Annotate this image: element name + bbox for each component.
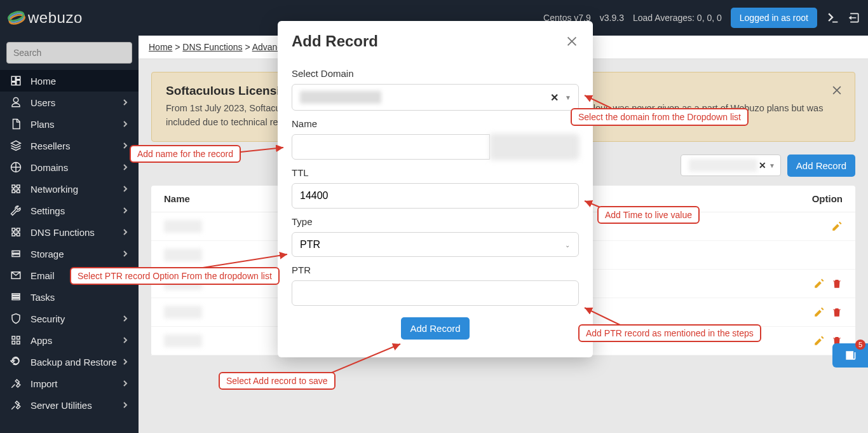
domain-select[interactable]: hidden ✕ ▼: [292, 84, 579, 111]
name-suffix: [490, 134, 579, 160]
modal-title: Add Record: [292, 32, 378, 50]
label-domain: Select Domain: [292, 68, 579, 79]
modal-submit-button[interactable]: Add Record: [401, 317, 469, 340]
clear-icon[interactable]: ✕: [550, 92, 559, 104]
callout-domain: Select the domain from the Dropdown list: [571, 108, 749, 126]
svg-line-8: [324, 344, 400, 376]
type-select[interactable]: PTR ⌄: [292, 232, 579, 257]
label-name: Name: [292, 118, 579, 129]
callout-ptr: Add PTR record as mentioned in the steps: [578, 324, 761, 342]
ptr-input[interactable]: [292, 280, 579, 306]
name-input[interactable]: [292, 134, 490, 160]
label-type: Type: [292, 216, 579, 227]
callout-name: Add name for the record: [130, 145, 241, 163]
callout-ttl: Add Time to live value: [597, 206, 700, 224]
arrow-icon: [324, 340, 407, 378]
callout-submit: Select Add record to save: [219, 372, 336, 390]
ttl-input[interactable]: [292, 183, 579, 209]
add-record-modal: Add Record Select Domain hidden ✕ ▼ Name…: [278, 21, 593, 357]
label-ptr: PTR: [292, 265, 579, 275]
modal-close-icon[interactable]: [565, 34, 579, 48]
svg-line-4: [585, 95, 611, 108]
label-ttl: TTL: [292, 167, 579, 178]
callout-type: Select PTR record Option From the dropdo…: [70, 267, 280, 285]
